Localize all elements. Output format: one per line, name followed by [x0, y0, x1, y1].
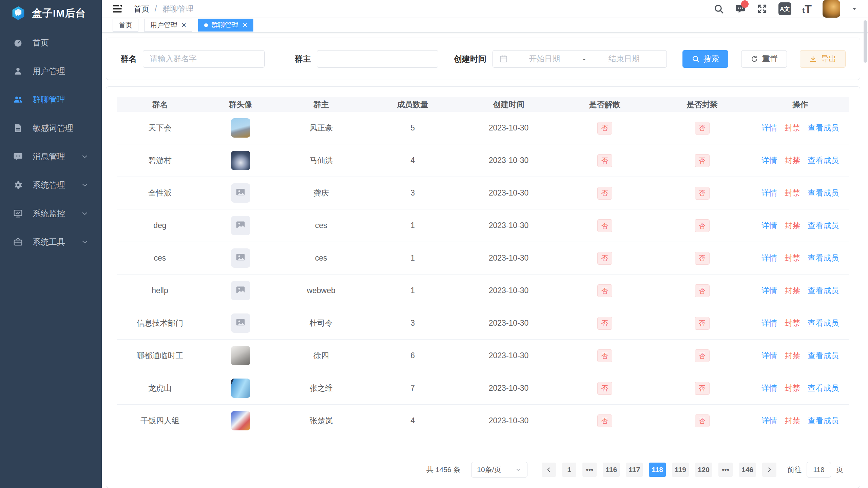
action-ban-link[interactable]: 封禁: [785, 155, 800, 166]
translate-icon[interactable]: A文: [778, 2, 791, 15]
header-cell-6: 是否解散: [556, 99, 653, 110]
page-button[interactable]: 120: [695, 463, 712, 477]
sidebar-item-group-management[interactable]: 群聊管理: [0, 85, 102, 114]
group-avatar: [231, 183, 250, 203]
sidebar-item-label: 系统监控: [33, 208, 65, 219]
cell-members: 7: [364, 384, 461, 393]
reset-button[interactable]: 重置: [741, 50, 787, 68]
tab-user-management[interactable]: 用户管理×: [144, 19, 192, 32]
cell-created: 2023-10-30: [461, 188, 556, 198]
cell-group-avatar: [203, 346, 278, 365]
prev-page-button[interactable]: [542, 463, 556, 477]
sidebar-logo[interactable]: 盒子IM后台: [0, 0, 102, 26]
page-button[interactable]: 118: [649, 463, 666, 477]
action-ban-link[interactable]: 封禁: [785, 318, 800, 328]
action-detail-link[interactable]: 详情: [761, 285, 777, 296]
sidebar-item-system-management[interactable]: 系统管理: [0, 171, 102, 199]
caret-down-icon[interactable]: [851, 5, 858, 12]
cell-actions: 详情封禁查看成员: [751, 188, 849, 198]
action-detail-link[interactable]: 详情: [761, 188, 777, 198]
action-detail-link[interactable]: 详情: [761, 318, 777, 328]
sidebar-item-message-management[interactable]: 消息管理: [0, 142, 102, 171]
action-view-members-link[interactable]: 查看成员: [808, 383, 839, 393]
action-ban-link[interactable]: 封禁: [785, 350, 800, 361]
chevron-down-icon: [81, 181, 89, 189]
start-date-placeholder: 开始日期: [508, 54, 581, 64]
date-range-input[interactable]: 开始日期 - 结束日期: [493, 50, 667, 68]
action-view-members-link[interactable]: 查看成员: [808, 220, 839, 231]
fullscreen-icon[interactable]: [757, 3, 768, 14]
action-detail-link[interactable]: 详情: [761, 350, 777, 361]
action-view-members-link[interactable]: 查看成员: [808, 253, 839, 263]
sidebar-item-user-management[interactable]: 用户管理: [0, 57, 102, 85]
action-detail-link[interactable]: 详情: [761, 253, 777, 263]
action-ban-link[interactable]: 封禁: [785, 383, 800, 393]
cell-group-avatar: [203, 281, 278, 300]
breadcrumb-home[interactable]: 首页: [134, 4, 149, 14]
action-detail-link[interactable]: 详情: [761, 415, 777, 426]
action-view-members-link[interactable]: 查看成员: [808, 318, 839, 328]
scrollbar-thumb[interactable]: [864, 20, 867, 63]
font-size-icon[interactable]: tT: [802, 3, 812, 15]
action-ban-link[interactable]: 封禁: [785, 415, 800, 426]
breadcrumb-current: 群聊管理: [162, 4, 193, 14]
table-body: 天下会风正豪52023-10-30否否详情封禁查看成员碧游村马仙洪42023-1…: [117, 112, 849, 437]
page-button[interactable]: 117: [626, 463, 643, 477]
page-button[interactable]: 119: [672, 463, 689, 477]
page-button[interactable]: 146: [739, 463, 756, 477]
sidebar-item-system-tools[interactable]: 系统工具: [0, 228, 102, 256]
export-button[interactable]: 导出: [800, 50, 846, 68]
goto-input[interactable]: [807, 462, 831, 477]
action-ban-link[interactable]: 封禁: [785, 123, 800, 133]
search-button[interactable]: 搜索: [682, 50, 728, 68]
action-detail-link[interactable]: 详情: [761, 220, 777, 231]
group-name-input[interactable]: [143, 50, 265, 68]
cell-owner: webweb: [278, 286, 364, 295]
cell-group-name: hellp: [117, 286, 203, 295]
refresh-icon: [750, 55, 758, 63]
page-button[interactable]: 1: [562, 463, 576, 477]
action-detail-link[interactable]: 详情: [761, 155, 777, 166]
breadcrumb-separator: /: [155, 4, 157, 14]
action-detail-link[interactable]: 详情: [761, 123, 777, 133]
cell-dissolved: 否: [556, 349, 653, 362]
tab-group-management[interactable]: 群聊管理×: [198, 19, 253, 32]
action-view-members-link[interactable]: 查看成员: [808, 155, 839, 166]
action-view-members-link[interactable]: 查看成员: [808, 415, 839, 426]
next-page-button[interactable]: [762, 463, 776, 477]
action-view-members-link[interactable]: 查看成员: [808, 285, 839, 296]
search-icon[interactable]: [713, 3, 724, 14]
group-avatar: [231, 118, 250, 138]
action-ban-link[interactable]: 封禁: [785, 253, 800, 263]
action-detail-link[interactable]: 详情: [761, 383, 777, 393]
monitor-icon: [13, 208, 23, 219]
cell-actions: 详情封禁查看成员: [751, 285, 849, 296]
group-owner-input[interactable]: [317, 50, 438, 68]
tab-label: 首页: [119, 21, 132, 30]
action-view-members-link[interactable]: 查看成员: [808, 188, 839, 198]
close-icon[interactable]: ×: [181, 21, 186, 29]
action-view-members-link[interactable]: 查看成员: [808, 350, 839, 361]
message-icon[interactable]: [735, 3, 746, 14]
page-button[interactable]: 116: [603, 463, 620, 477]
dissolved-badge: 否: [597, 382, 612, 395]
image-placeholder-icon: [235, 187, 246, 200]
chevron-down-icon: [81, 209, 89, 218]
action-ban-link[interactable]: 封禁: [785, 220, 800, 231]
action-view-members-link[interactable]: 查看成员: [808, 123, 839, 133]
action-ban-link[interactable]: 封禁: [785, 285, 800, 296]
action-ban-link[interactable]: 封禁: [785, 188, 800, 198]
page-size-select[interactable]: 10条/页: [471, 462, 527, 477]
close-icon[interactable]: ×: [243, 21, 247, 29]
header-cell-2: 群头像: [203, 99, 278, 110]
dissolved-badge: 否: [597, 414, 612, 427]
sidebar: 盒子IM后台 首页用户管理群聊管理敏感词管理消息管理系统管理系统监控系统工具: [0, 0, 102, 488]
sidebar-collapse-icon[interactable]: [112, 3, 123, 14]
cell-members: 1: [364, 253, 461, 263]
user-avatar[interactable]: [823, 0, 840, 18]
sidebar-item-sensitive-words[interactable]: 敏感词管理: [0, 114, 102, 142]
sidebar-item-system-monitor[interactable]: 系统监控: [0, 199, 102, 228]
tab-home[interactable]: 首页: [113, 19, 138, 32]
cell-actions: 详情封禁查看成员: [751, 123, 849, 133]
sidebar-item-home[interactable]: 首页: [0, 28, 102, 57]
